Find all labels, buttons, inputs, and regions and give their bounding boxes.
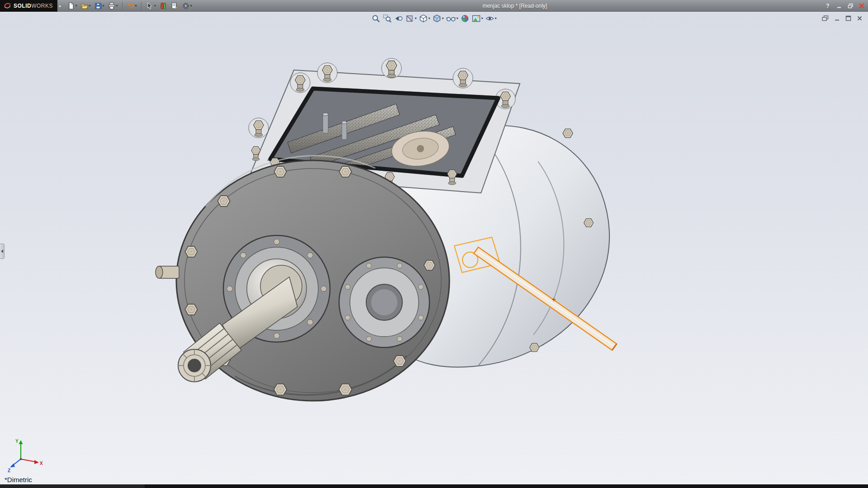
- close-icon: [857, 15, 863, 21]
- titlebar: SOLIDWORKS ▸ ▾ ▾ ▾: [0, 0, 868, 12]
- restore-button[interactable]: [847, 2, 854, 9]
- file-properties-icon: [170, 2, 179, 10]
- graphics-area[interactable]: ▾ ▾ ▾ ▾: [0, 12, 868, 484]
- y-axis-label: Y: [15, 439, 19, 444]
- print-button[interactable]: ▾: [107, 1, 119, 10]
- display-style-button[interactable]: ▾: [432, 14, 444, 23]
- taskbar-segment: [0, 484, 145, 488]
- window-controls: ?: [824, 0, 865, 12]
- undo-icon: [127, 2, 135, 10]
- cascade-document-button[interactable]: [822, 15, 829, 21]
- dropdown-arrow-icon[interactable]: ▾: [135, 4, 137, 8]
- new-document-button[interactable]: ▾: [66, 1, 78, 10]
- minimize-button[interactable]: [835, 2, 843, 9]
- select-cursor-icon: [146, 2, 154, 10]
- zoom-to-area-button[interactable]: [382, 14, 392, 23]
- maximize-icon: [845, 15, 851, 21]
- previous-view-icon: [394, 14, 403, 23]
- gearbox-model[interactable]: [0, 12, 868, 484]
- hide-show-glasses-icon: [446, 14, 456, 23]
- dropdown-arrow-icon[interactable]: ▾: [190, 4, 192, 8]
- rebuild-button[interactable]: [158, 1, 168, 10]
- view-settings-button[interactable]: ▾: [485, 14, 497, 23]
- solidworks-logo[interactable]: SOLIDWORKS: [0, 0, 57, 12]
- view-orientation-cube-icon: [419, 14, 428, 23]
- undo-button[interactable]: ▾: [126, 1, 138, 10]
- edit-appearance-button[interactable]: [460, 14, 470, 23]
- dropdown-arrow-icon[interactable]: ▾: [103, 4, 104, 8]
- toolbar-separator: [141, 2, 142, 10]
- z-axis-label: Z: [8, 468, 10, 473]
- minimize-document-button[interactable]: [834, 15, 840, 21]
- section-view-icon: [405, 14, 414, 23]
- options-gear-icon: [182, 2, 190, 10]
- standard-toolbar: ▾ ▾ ▾ ▾: [66, 1, 193, 10]
- output-cover-boss[interactable]: [339, 257, 429, 347]
- featuremanager-splitter-handle[interactable]: [0, 244, 5, 259]
- restore-icon: [848, 3, 854, 9]
- collapse-arrow-icon: [1, 249, 3, 253]
- menu-expand-arrow[interactable]: ▸: [59, 4, 61, 8]
- section-view-button[interactable]: ▾: [405, 14, 417, 23]
- new-document-icon: [67, 2, 75, 10]
- close-document-button[interactable]: [857, 15, 863, 21]
- apply-scene-icon: [472, 14, 481, 23]
- x-axis-arrow: [34, 460, 39, 464]
- dropdown-arrow-icon[interactable]: ▾: [89, 4, 91, 8]
- view-orientation-label: *Dimetric: [5, 476, 32, 483]
- heads-up-view-toolbar: ▾ ▾ ▾ ▾: [371, 14, 497, 23]
- dropdown-arrow-icon[interactable]: ▾: [481, 17, 483, 20]
- toolbar-separator: [122, 2, 123, 10]
- dropdown-arrow-icon[interactable]: ▾: [428, 17, 430, 20]
- rebuild-icon: [159, 2, 167, 10]
- dropdown-arrow-icon[interactable]: ▾: [442, 17, 443, 20]
- restore-document-button[interactable]: [845, 15, 851, 21]
- dropdown-arrow-icon[interactable]: ▾: [415, 17, 416, 20]
- housing-bolt[interactable]: [584, 219, 594, 227]
- zoom-to-fit-icon: [371, 14, 380, 23]
- logo-text: SOLIDWORKS: [14, 3, 53, 9]
- display-style-icon: [432, 14, 441, 23]
- previous-view-button[interactable]: [393, 14, 403, 23]
- dropdown-arrow-icon[interactable]: ▾: [116, 4, 118, 8]
- orientation-triad: Y X Z: [7, 436, 45, 473]
- open-document-icon: [80, 2, 89, 10]
- close-button[interactable]: [858, 2, 865, 9]
- ds-logo-icon: [4, 2, 11, 9]
- options-button[interactable]: ▾: [181, 1, 193, 10]
- file-properties-button[interactable]: [170, 1, 179, 10]
- housing-bolt[interactable]: [563, 129, 573, 137]
- select-button[interactable]: ▾: [145, 1, 157, 10]
- x-axis-label: X: [40, 461, 43, 466]
- hide-show-items-button[interactable]: ▾: [446, 14, 459, 23]
- minimize-icon: [836, 3, 842, 9]
- close-icon: [859, 3, 864, 9]
- dropdown-arrow-icon[interactable]: ▾: [495, 17, 497, 20]
- save-button[interactable]: ▾: [93, 1, 105, 10]
- dropdown-arrow-icon[interactable]: ▾: [457, 17, 458, 20]
- apply-scene-button[interactable]: ▾: [472, 14, 484, 23]
- zoom-to-fit-button[interactable]: [371, 14, 381, 23]
- y-axis-arrow: [19, 440, 23, 444]
- view-settings-eye-icon: [486, 14, 495, 23]
- open-document-button[interactable]: ▾: [80, 1, 92, 10]
- edit-appearance-sphere-icon: [461, 14, 470, 23]
- taskbar-strip[interactable]: [0, 484, 868, 488]
- minimize-icon: [834, 15, 840, 21]
- zoom-to-area-icon: [382, 14, 392, 23]
- document-window-controls: [822, 15, 863, 21]
- housing-bolt[interactable]: [530, 343, 539, 352]
- print-icon: [108, 2, 116, 10]
- save-icon: [94, 2, 102, 10]
- help-button[interactable]: ?: [824, 2, 831, 9]
- cascade-icon: [822, 15, 829, 21]
- solidworks-window: SOLIDWORKS ▸ ▾ ▾ ▾: [0, 0, 868, 488]
- dropdown-arrow-icon[interactable]: ▾: [75, 4, 77, 8]
- flange-side-bolt[interactable]: [156, 266, 179, 278]
- dropdown-arrow-icon[interactable]: ▾: [154, 4, 156, 8]
- window-title: menjac sklop * [Read-only]: [482, 0, 547, 12]
- view-orientation-button[interactable]: ▾: [418, 14, 430, 23]
